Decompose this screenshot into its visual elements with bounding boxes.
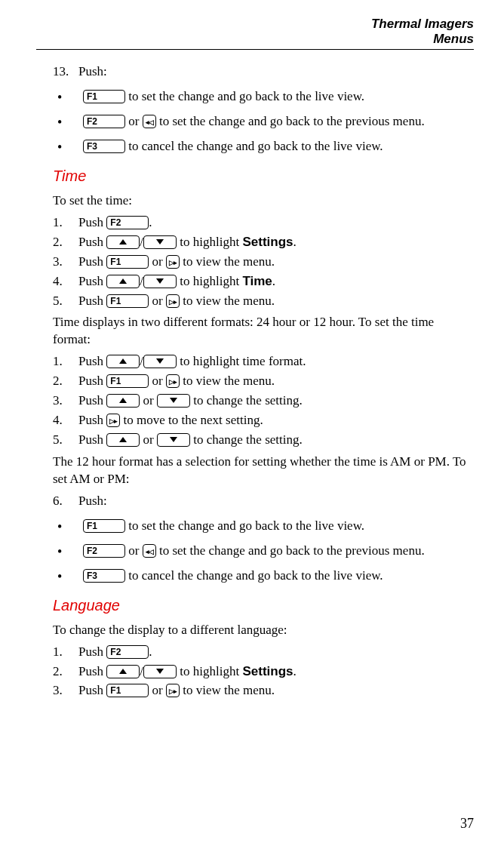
f3-key-icon: F3 (83, 569, 125, 583)
step13-bullet-3: F3 to cancel the change and go back to t… (53, 138, 472, 155)
step-6-label: Push: (78, 494, 107, 508)
l3b: to view the menu. (180, 683, 275, 697)
t3b: to view the menu. (180, 254, 275, 269)
time-b2-mid: or (125, 543, 143, 558)
header-rule (36, 49, 474, 50)
time-bullet-3: F3 to cancel the change and go back to t… (53, 567, 472, 585)
t3a: Push (78, 254, 106, 269)
step-13-label: Push: (78, 64, 107, 78)
t3m: or (149, 254, 166, 269)
up-arrow-key-icon (106, 355, 140, 368)
l3a: Push (78, 683, 106, 697)
header-subtitle: Menus (36, 32, 474, 47)
t5m: or (149, 294, 166, 308)
header-title: Thermal Imagers (36, 17, 474, 32)
time-step-4: Push / to highlight Time. (53, 273, 472, 291)
tf5a: Push (78, 432, 106, 447)
language-intro: To change the display to a different lan… (53, 622, 472, 639)
tf3m: or (140, 393, 157, 408)
time-b1-text: to set the change and go back to the liv… (125, 518, 364, 533)
step13-bullet-1: F1 to set the change and go back to the … (53, 88, 472, 106)
tf1a: Push (78, 354, 106, 368)
l2a: Push (78, 664, 106, 678)
settings-bold-2: Settings (242, 664, 293, 678)
down-arrow-key-icon (143, 235, 177, 249)
f1-key-icon: F1 (106, 255, 149, 269)
l2c: . (293, 664, 297, 678)
up-arrow-key-icon (106, 235, 140, 249)
settings-bold: Settings (242, 235, 293, 249)
f2-key-icon: F2 (106, 645, 149, 659)
up-arrow-key-icon (106, 665, 140, 678)
left-arrow-key-icon (143, 115, 156, 128)
lang-step-1: Push F2. (53, 644, 472, 661)
tf4a: Push (78, 413, 106, 427)
tf-step-4: Push to move to the next setting. (53, 412, 472, 429)
time-para-2: The 12 hour format has a selection for s… (53, 454, 472, 488)
time-format-steps: Push / to highlight time format. Push F1… (53, 353, 472, 449)
tf3b: to change the setting. (190, 393, 303, 408)
t2b: to highlight (177, 235, 242, 249)
t2a: Push (78, 235, 106, 249)
right-arrow-key-icon (166, 684, 180, 697)
time-para-1: Time displays in two different formats: … (53, 314, 472, 349)
tf-step-5: Push or to change the setting. (53, 432, 472, 449)
t4c: . (272, 274, 275, 288)
tf2b: to view the menu. (180, 374, 275, 388)
t1a: Push (78, 215, 106, 229)
time-b3-text: to cancel the change and go back to the … (125, 568, 383, 583)
step-6-block: Push: F1 to set the change and go back t… (53, 493, 472, 585)
time-step-2: Push / to highlight Settings. (53, 234, 472, 251)
language-heading: Language (53, 595, 472, 616)
time-step-1: Push F2. (53, 214, 472, 232)
f1-key-icon: F1 (106, 684, 149, 697)
lang-step-3: Push F1 or to view the menu. (53, 682, 472, 700)
tf3a: Push (78, 393, 106, 408)
time-step-6: Push: (53, 493, 472, 510)
f1-key-icon: F1 (83, 90, 125, 103)
t5b: to view the menu. (180, 294, 275, 308)
down-arrow-key-icon (143, 275, 177, 288)
f2-key-icon: F2 (83, 115, 125, 128)
tf-step-3: Push or to change the setting. (53, 392, 472, 410)
f1-key-icon: F1 (83, 519, 125, 533)
l1a: Push (78, 644, 106, 659)
tf2a: Push (78, 374, 106, 388)
time-heading: Time (53, 166, 472, 186)
up-arrow-key-icon (106, 275, 140, 288)
tf1b: to highlight time format. (177, 354, 306, 368)
right-arrow-key-icon (166, 374, 180, 388)
up-arrow-key-icon (106, 433, 140, 447)
time-step-3: Push F1 or to view the menu. (53, 254, 472, 271)
step13-b2-mid: or (125, 114, 143, 128)
page-number: 37 (460, 814, 474, 832)
t5a: Push (78, 294, 106, 308)
down-arrow-key-icon (157, 433, 190, 447)
l1b: . (149, 644, 152, 659)
time-bold: Time (242, 274, 272, 288)
f1-key-icon: F1 (106, 294, 149, 308)
right-arrow-key-icon (166, 255, 180, 269)
page-content: Push: F1 to set the change and go back t… (36, 63, 474, 700)
step13-b1-text: to set the change and go back to the liv… (125, 89, 364, 103)
right-arrow-key-icon (106, 414, 120, 427)
time-bullet-2: F2 or to set the change and go back to t… (53, 543, 472, 560)
right-arrow-key-icon (166, 294, 180, 308)
up-arrow-key-icon (106, 394, 140, 408)
time-steps-1: Push F2. Push / to highlight Settings. P… (53, 214, 472, 310)
f2-key-icon: F2 (106, 216, 149, 229)
time-step-5: Push F1 or to view the menu. (53, 293, 472, 310)
t4b: to highlight (177, 274, 242, 288)
tf5m: or (140, 432, 157, 447)
time-bullet-1: F1 to set the change and go back to the … (53, 518, 472, 535)
down-arrow-key-icon (143, 665, 177, 678)
f3-key-icon: F3 (83, 140, 125, 153)
left-arrow-key-icon (143, 544, 156, 558)
down-arrow-key-icon (143, 355, 177, 368)
tf-step-1: Push / to highlight time format. (53, 353, 472, 371)
l3m: or (149, 683, 166, 697)
time-b2-text: to set the change and go back to the pre… (156, 543, 425, 558)
step13-bullet-2: F2 or to set the change and go back to t… (53, 113, 472, 131)
tf4b: to move to the next setting. (120, 413, 263, 427)
step13-b2-text: to set the change and go back to the pre… (156, 114, 425, 128)
